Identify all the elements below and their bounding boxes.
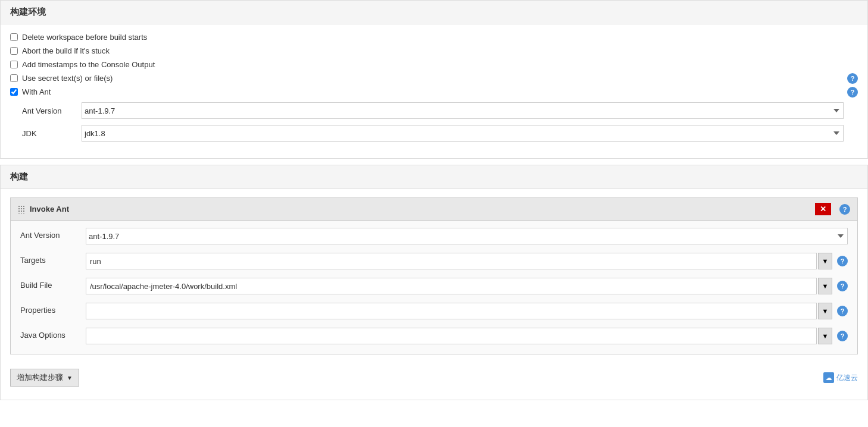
invoke-ant-title: Invoke Ant xyxy=(18,205,69,214)
with-ant-label: With Ant xyxy=(22,87,51,96)
invoke-ant-version-label: Ant Version xyxy=(20,228,86,240)
watermark-text: 亿速云 xyxy=(836,373,858,383)
targets-expand-icon: ▼ xyxy=(822,258,829,265)
build-section: 构建 Invoke Ant ✕ ? A xyxy=(0,165,868,400)
invoke-build-file-label: Build File xyxy=(20,278,86,290)
build-env-title: 构建环境 xyxy=(10,7,46,17)
abort-build-label: Abort the build if it's stuck xyxy=(22,46,110,55)
watermark: ☁ 亿速云 xyxy=(823,372,858,383)
page-container: 构建环境 Delete workspace before build start… xyxy=(0,0,868,427)
invoke-ant-version-wrap: ant-1.9.7 xyxy=(86,228,848,244)
add-step-button[interactable]: 增加构建步骤 ▼ xyxy=(10,369,79,387)
invoke-ant-version-select[interactable]: ant-1.9.7 xyxy=(86,228,848,244)
invoke-java-options-label: Java Options xyxy=(20,328,86,340)
invoke-java-options-wrap: ▼ ? xyxy=(86,328,848,344)
use-secret-checkbox[interactable] xyxy=(10,74,18,82)
invoke-targets-row: Targets run ▼ ? xyxy=(20,253,848,269)
build-env-section-header: 构建环境 xyxy=(0,0,868,24)
delete-workspace-label: Delete workspace before build starts xyxy=(22,33,147,42)
ant-version-label: Ant Version xyxy=(22,106,82,115)
java-options-help-icon[interactable]: ? xyxy=(837,331,848,341)
invoke-targets-label: Targets xyxy=(20,253,86,265)
build-file-expand-button[interactable]: ▼ xyxy=(818,278,832,294)
properties-expand-button[interactable]: ▼ xyxy=(818,303,832,319)
drag-handle-icon[interactable] xyxy=(18,205,25,214)
invoke-targets-wrap: run ▼ ? xyxy=(86,253,848,269)
secret-text-help-icon[interactable]: ? xyxy=(847,73,858,84)
watermark-icon: ☁ xyxy=(823,372,834,383)
invoke-ant-label: Invoke Ant xyxy=(30,205,69,214)
invoke-java-options-row: Java Options ▼ ? xyxy=(20,328,848,344)
add-timestamps-label: Add timestamps to the Console Output xyxy=(22,60,155,69)
invoke-ant-header: Invoke Ant ✕ ? xyxy=(11,198,857,221)
invoke-properties-wrap: ▼ ? xyxy=(86,303,848,319)
java-options-expand-button[interactable]: ▼ xyxy=(818,328,832,344)
ant-version-row: Ant Version ant-1.9.7 xyxy=(22,102,858,119)
checkbox-row-with-ant: With Ant ? xyxy=(10,87,858,96)
build-file-expand-icon: ▼ xyxy=(822,282,829,290)
jdk-label: JDK xyxy=(22,129,82,138)
build-section-title: 构建 xyxy=(10,171,28,181)
delete-workspace-checkbox[interactable] xyxy=(10,33,18,41)
build-section-header: 构建 xyxy=(0,165,868,189)
invoke-targets-input[interactable]: run xyxy=(86,253,817,269)
add-step-row: 增加构建步骤 ▼ ☁ 亿速云 xyxy=(10,363,858,389)
jdk-select[interactable]: jdk1.8 xyxy=(82,125,844,142)
invoke-ant-version-row: Ant Version ant-1.9.7 xyxy=(20,228,848,244)
invoke-java-options-input[interactable] xyxy=(86,328,817,344)
invoke-ant-help-icon[interactable]: ? xyxy=(839,204,850,215)
invoke-ant-actions: ✕ ? xyxy=(815,203,850,215)
build-env-section-content: Delete workspace before build starts Abo… xyxy=(0,24,868,159)
checkbox-row-abort-build: Abort the build if it's stuck xyxy=(10,46,858,55)
properties-expand-icon: ▼ xyxy=(822,307,829,315)
with-ant-help-icon[interactable]: ? xyxy=(847,87,858,98)
invoke-properties-label: Properties xyxy=(20,303,86,315)
add-step-label: 增加构建步骤 xyxy=(17,372,63,383)
invoke-build-file-row: Build File ▼ ? xyxy=(20,278,848,294)
invoke-ant-card: Invoke Ant ✕ ? Ant Version ant-1.9.7 xyxy=(10,197,858,354)
checkbox-row-secret-text: Use secret text(s) or file(s) ? xyxy=(10,74,858,83)
invoke-build-file-wrap: ▼ ? xyxy=(86,278,848,294)
ant-version-select[interactable]: ant-1.9.7 xyxy=(82,102,844,119)
add-step-dropdown-icon: ▼ xyxy=(67,375,73,381)
targets-expand-button[interactable]: ▼ xyxy=(818,253,832,269)
invoke-properties-row: Properties ▼ ? xyxy=(20,303,848,319)
jdk-row: JDK jdk1.8 xyxy=(22,125,858,142)
checkbox-row-timestamps: Add timestamps to the Console Output xyxy=(10,60,858,69)
invoke-build-file-input[interactable] xyxy=(86,278,817,294)
targets-help-icon[interactable]: ? xyxy=(837,256,848,266)
abort-build-checkbox[interactable] xyxy=(10,47,18,55)
checkbox-row-delete-workspace: Delete workspace before build starts xyxy=(10,33,858,42)
build-section-content: Invoke Ant ✕ ? Ant Version ant-1.9.7 xyxy=(0,189,868,400)
delete-invoke-ant-button[interactable]: ✕ xyxy=(815,203,831,215)
invoke-properties-input[interactable] xyxy=(86,303,817,319)
properties-help-icon[interactable]: ? xyxy=(837,306,848,316)
with-ant-checkbox[interactable] xyxy=(10,88,18,96)
add-timestamps-checkbox[interactable] xyxy=(10,61,18,68)
use-secret-label: Use secret text(s) or file(s) xyxy=(22,74,113,83)
invoke-ant-body: Ant Version ant-1.9.7 Targets run xyxy=(11,221,857,354)
java-options-expand-icon: ▼ xyxy=(822,332,829,340)
build-file-help-icon[interactable]: ? xyxy=(837,281,848,291)
